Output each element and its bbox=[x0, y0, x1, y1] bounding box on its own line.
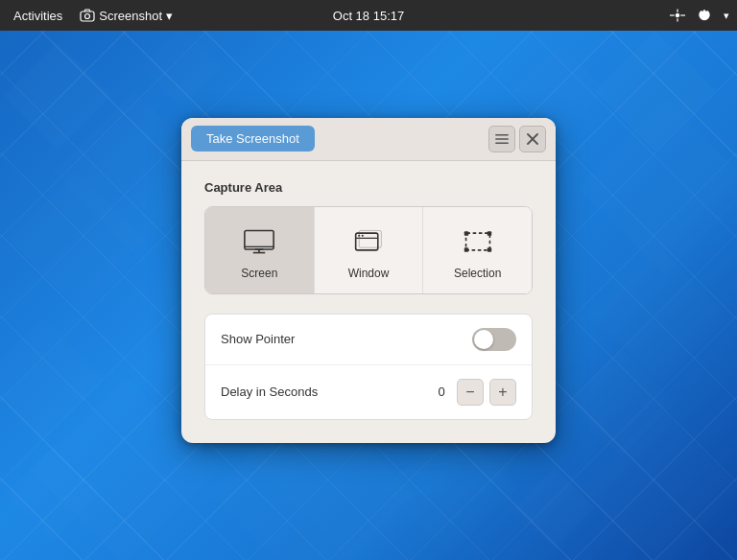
screen-option-label: Screen bbox=[241, 267, 277, 280]
show-pointer-label: Show Pointer bbox=[221, 332, 295, 346]
screenshot-dialog: Take Screenshot Cap bbox=[181, 118, 556, 443]
capture-option-screen[interactable]: Screen bbox=[205, 207, 315, 293]
delay-row: Delay in Seconds 0 − + bbox=[205, 365, 532, 419]
menu-icon bbox=[495, 132, 509, 146]
menu-button[interactable] bbox=[488, 126, 515, 152]
svg-rect-7 bbox=[495, 134, 509, 136]
capture-area-title: Capture Area bbox=[204, 180, 533, 195]
show-pointer-toggle[interactable] bbox=[472, 328, 516, 351]
capture-options: Screen Window bbox=[204, 206, 533, 294]
svg-rect-26 bbox=[487, 247, 490, 251]
selection-option-label: Selection bbox=[454, 267, 501, 280]
delay-increase-button[interactable]: + bbox=[489, 379, 516, 406]
window-option-label: Window bbox=[348, 267, 390, 280]
svg-rect-24 bbox=[487, 231, 490, 235]
show-pointer-row: Show Pointer bbox=[205, 315, 532, 365]
window-option-icon bbox=[351, 224, 386, 259]
capture-option-window[interactable]: Window bbox=[315, 207, 424, 293]
svg-rect-25 bbox=[464, 247, 467, 251]
svg-rect-8 bbox=[495, 138, 509, 140]
svg-point-20 bbox=[362, 234, 364, 236]
svg-rect-23 bbox=[464, 231, 467, 235]
take-screenshot-button[interactable]: Take Screenshot bbox=[191, 126, 315, 152]
dialog-content: Capture Area Screen bbox=[181, 161, 556, 443]
delay-controls: 0 − + bbox=[432, 379, 516, 406]
toggle-knob bbox=[474, 330, 493, 349]
dialog-header: Take Screenshot bbox=[181, 118, 556, 161]
dialog-overlay: Take Screenshot Cap bbox=[0, 0, 737, 560]
header-actions bbox=[488, 126, 546, 152]
delay-value: 0 bbox=[432, 385, 451, 399]
selection-option-icon bbox=[461, 224, 495, 259]
delay-decrease-button[interactable]: − bbox=[457, 379, 484, 406]
close-icon bbox=[527, 133, 538, 145]
screen-option-icon bbox=[242, 224, 276, 259]
svg-rect-9 bbox=[495, 142, 509, 144]
close-button[interactable] bbox=[519, 126, 546, 152]
capture-option-selection[interactable]: Selection bbox=[423, 207, 532, 293]
settings-container: Show Pointer Delay in Seconds 0 − + bbox=[204, 314, 533, 420]
delay-label: Delay in Seconds bbox=[221, 385, 318, 399]
svg-rect-22 bbox=[465, 233, 489, 250]
